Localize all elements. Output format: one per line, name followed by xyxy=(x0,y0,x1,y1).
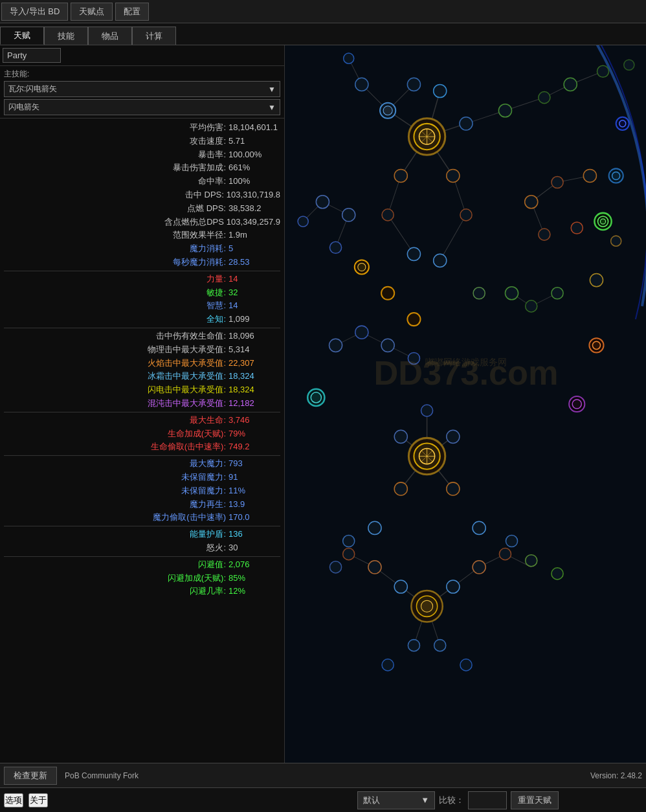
svg-point-68 xyxy=(564,78,577,91)
svg-point-98 xyxy=(526,300,537,312)
compare-input[interactable] xyxy=(468,791,507,809)
svg-point-82 xyxy=(394,169,407,182)
stat-crit-rate: 暴击率: 100.00% xyxy=(4,148,280,162)
svg-text:嘟嘟网络游戏服务网: 嘟嘟网络游戏服务网 xyxy=(425,357,507,367)
tab-calc[interactable]: 计算 xyxy=(132,27,176,45)
skill-dropdown-2[interactable]: 闪电箭矢 ▼ xyxy=(4,99,280,115)
stat-unreserved-mana: 未保留魔力: 91 xyxy=(4,471,280,484)
svg-point-85 xyxy=(460,209,472,221)
default-dropdown[interactable]: 默认 ▼ xyxy=(357,791,435,809)
svg-point-116 xyxy=(473,561,485,574)
svg-point-109 xyxy=(473,521,485,534)
stat-chaos-max: 混沌击中最大承受值: 12,182 xyxy=(4,397,280,411)
svg-point-97 xyxy=(505,287,518,300)
bottom-bar: 检查更新 PoB Community Fork Version: 2.48.2 xyxy=(0,763,646,787)
svg-point-83 xyxy=(447,169,460,182)
party-row xyxy=(0,45,284,66)
svg-point-65 xyxy=(460,117,473,130)
svg-point-119 xyxy=(394,580,407,593)
svg-point-128 xyxy=(572,400,581,409)
svg-point-99 xyxy=(551,288,563,299)
import-export-button[interactable]: 导入/导出 BD xyxy=(1,3,68,21)
stat-dot-dps: 点燃 DPS: 38,538.2 xyxy=(4,202,280,216)
left-panel: 主技能: 瓦尔:闪电箭矢 ▼ 闪电箭矢 ▼ 平均伤害: 18,104,601.1… xyxy=(0,45,285,763)
svg-point-111 xyxy=(506,535,517,547)
stat-hit-rate: 命中率: 100% xyxy=(4,175,280,188)
skill-dropdown-1[interactable]: 瓦尔:闪电箭矢 ▼ xyxy=(4,81,280,97)
svg-point-87 xyxy=(434,254,447,267)
svg-point-106 xyxy=(394,482,407,495)
svg-point-123 xyxy=(382,659,394,671)
svg-point-67 xyxy=(539,92,550,104)
svg-point-121 xyxy=(408,640,419,651)
stat-total-dps: 含点燃伤总DPS 103,349,257.9 xyxy=(4,216,280,229)
svg-point-80 xyxy=(329,242,341,253)
reset-talents-button[interactable]: 重置天赋 xyxy=(511,791,559,809)
skill-tree-svg: DD373.com 嘟嘟网络游戏服务网 xyxy=(285,45,646,763)
version-text: Version: 2.48.2 xyxy=(351,771,642,780)
svg-point-108 xyxy=(368,521,381,534)
dropdown-arrow-2: ▼ xyxy=(268,103,276,112)
svg-point-78 xyxy=(316,196,329,209)
svg-point-58 xyxy=(421,600,433,612)
stat-crit-bonus: 暴击伤害加成: 661% xyxy=(4,161,280,175)
talent-points-button[interactable]: 天赋点 xyxy=(71,3,113,21)
svg-point-134 xyxy=(619,120,626,127)
stat-aoe-radius: 范围效果半径: 1.9m xyxy=(4,229,280,242)
tab-skill[interactable]: 技能 xyxy=(44,27,88,45)
tab-talent[interactable]: 天赋 xyxy=(0,27,44,45)
svg-point-96 xyxy=(473,288,485,299)
check-update-button[interactable]: 检查更新 xyxy=(4,767,57,785)
svg-point-66 xyxy=(498,104,511,117)
svg-point-62 xyxy=(407,78,420,91)
stat-unreserved-mana-pct: 未保留魔力: 11% xyxy=(4,484,280,498)
svg-point-60 xyxy=(383,106,392,115)
stat-attack-speed: 攻击速度: 5.71 xyxy=(4,135,280,148)
svg-point-89 xyxy=(358,263,366,271)
svg-point-92 xyxy=(329,339,342,352)
stat-fire-max: 火焰击中最大承受值: 22,307 xyxy=(4,357,280,370)
svg-point-93 xyxy=(355,326,368,339)
svg-rect-0 xyxy=(285,45,646,763)
party-input[interactable] xyxy=(3,48,61,63)
svg-point-81 xyxy=(342,209,355,221)
tab-bar: 天赋 技能 物品 计算 xyxy=(0,23,646,45)
stat-int: 智慧: 14 xyxy=(4,299,280,313)
svg-point-112 xyxy=(329,561,341,573)
stat-dodge-chance: 闪避几率: 12% xyxy=(4,585,280,598)
top-toolbar: 导入/导出 BD 天赋点 配置 xyxy=(0,0,646,23)
stat-phys-max: 物理击中最大承受值: 5,314 xyxy=(4,343,280,357)
stat-lightning-max: 闪电击中最大承受值: 18,324 xyxy=(4,383,280,397)
stat-energy-shield: 能量护盾: 136 xyxy=(4,528,280,541)
stat-hit-ehp: 击中伤有效生命值: 18,096 xyxy=(4,330,280,343)
svg-point-103 xyxy=(394,430,407,443)
stat-rage: 怒火: 30 xyxy=(4,541,280,555)
compare-label: 比较： xyxy=(439,795,464,806)
svg-point-132 xyxy=(612,172,620,179)
svg-point-77 xyxy=(611,236,621,246)
tab-item[interactable]: 物品 xyxy=(88,27,132,45)
skill-section-label: 主技能: xyxy=(4,69,280,80)
stat-dex: 敏捷: 32 xyxy=(4,286,280,300)
dropdown-arrow: ▼ xyxy=(421,795,429,805)
svg-point-122 xyxy=(434,640,446,651)
dropdown-arrow-1: ▼ xyxy=(268,85,276,94)
options-button[interactable]: 选项 xyxy=(4,793,23,807)
about-button[interactable]: 关于 xyxy=(28,793,48,807)
svg-point-70 xyxy=(624,60,634,70)
svg-point-79 xyxy=(298,216,308,227)
stat-life-bonus: 生命加成(天赋): 79% xyxy=(4,427,280,441)
right-panel[interactable]: DD373.com 嘟嘟网络游戏服务网 xyxy=(285,45,646,763)
stat-cold-max: 冰霜击中最大承受值: 18,324 xyxy=(4,370,280,383)
svg-point-120 xyxy=(447,580,460,593)
config-button[interactable]: 配置 xyxy=(115,3,149,21)
svg-point-118 xyxy=(499,548,511,560)
stats-area[interactable]: 平均伤害: 18,104,601.1 攻击速度: 5.71 暴击率: 100.0… xyxy=(0,118,284,763)
svg-point-104 xyxy=(447,430,460,443)
svg-point-126 xyxy=(311,392,321,403)
svg-point-84 xyxy=(382,209,394,221)
stat-life-leech: 生命偷取(击中速率): 749.2 xyxy=(4,440,280,454)
stat-max-life: 最大生命: 3,746 xyxy=(4,414,280,427)
svg-point-114 xyxy=(551,568,563,580)
svg-point-74 xyxy=(539,229,550,240)
